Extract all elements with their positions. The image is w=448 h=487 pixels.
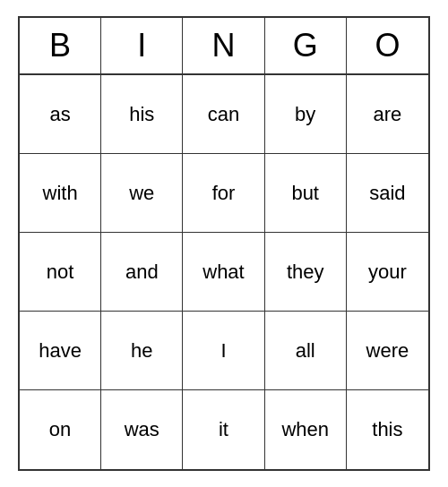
cell-6: we — [101, 154, 183, 233]
cell-3: by — [265, 75, 347, 154]
cell-15: have — [20, 312, 101, 390]
header-g: G — [265, 18, 347, 73]
cell-16: he — [101, 312, 183, 390]
bingo-header: B I N G O — [20, 18, 428, 75]
cell-24: this — [347, 390, 428, 469]
cell-19: were — [347, 312, 428, 390]
cell-21: was — [101, 390, 183, 469]
cell-12: what — [183, 233, 264, 312]
cell-2: can — [183, 75, 264, 154]
cell-8: but — [265, 154, 347, 233]
cell-5: with — [20, 154, 101, 233]
cell-20: on — [20, 390, 101, 469]
cell-9: said — [347, 154, 428, 233]
cell-22: it — [183, 390, 264, 469]
cell-17: I — [183, 312, 264, 390]
header-i: I — [101, 18, 183, 73]
header-n: N — [183, 18, 264, 73]
cell-11: and — [101, 233, 183, 312]
cell-7: for — [183, 154, 264, 233]
cell-10: not — [20, 233, 101, 312]
bingo-card: B I N G O as his can by are with we for … — [18, 16, 430, 471]
cell-13: they — [265, 233, 347, 312]
cell-4: are — [347, 75, 428, 154]
header-b: B — [20, 18, 101, 73]
cell-14: your — [347, 233, 428, 312]
cell-1: his — [101, 75, 183, 154]
cell-18: all — [265, 312, 347, 390]
cell-0: as — [20, 75, 101, 154]
bingo-grid: as his can by are with we for but said n… — [20, 75, 428, 469]
cell-23: when — [265, 390, 347, 469]
header-o: O — [347, 18, 428, 73]
